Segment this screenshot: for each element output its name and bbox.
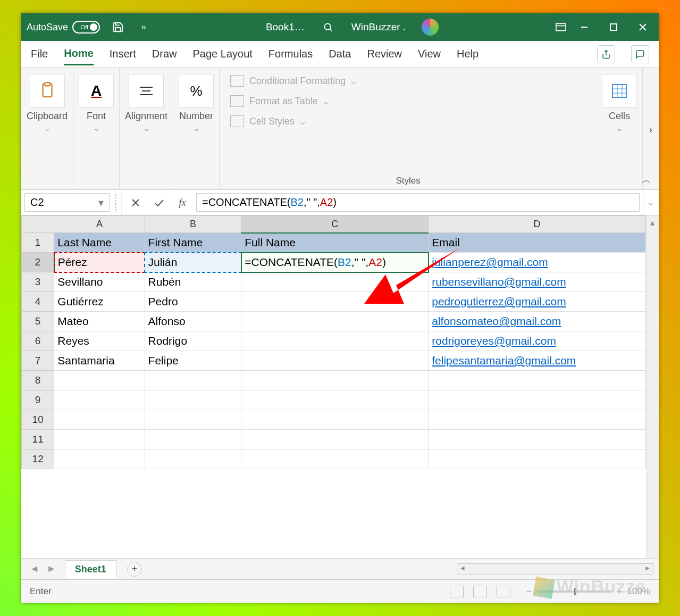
cell-c5[interactable] bbox=[241, 312, 429, 331]
row-header[interactable]: 1 bbox=[22, 233, 54, 253]
page-break-view-button[interactable] bbox=[497, 586, 510, 597]
cell-d6[interactable]: rodrigoreyes@gmail.com bbox=[429, 331, 646, 351]
col-header-c[interactable]: C bbox=[241, 216, 429, 233]
more-icon[interactable]: » bbox=[136, 20, 151, 35]
cell[interactable] bbox=[54, 449, 145, 469]
formula-input[interactable]: =CONCATENATE(B2," ",A2) bbox=[196, 193, 640, 212]
toggle-switch[interactable]: Off bbox=[72, 21, 100, 34]
cell-b3[interactable]: Rubén bbox=[145, 272, 241, 292]
cell-styles-button[interactable]: Cell Styles⌵ bbox=[230, 115, 586, 127]
zoom-out-button[interactable]: − bbox=[526, 586, 532, 597]
expand-formula-bar[interactable]: ⌵ bbox=[643, 190, 659, 215]
col-header-d[interactable]: D bbox=[429, 216, 646, 233]
horizontal-scrollbar[interactable] bbox=[457, 563, 653, 575]
cell-b7[interactable]: Felipe bbox=[145, 351, 241, 371]
add-sheet-button[interactable]: + bbox=[127, 562, 142, 577]
cell-c2-editing[interactable]: =CONCATENATE(B2," ",A2) bbox=[241, 253, 429, 272]
cell-a4[interactable]: Gutiérrez bbox=[54, 292, 145, 312]
tab-review[interactable]: Review bbox=[367, 44, 402, 64]
cell[interactable] bbox=[54, 390, 145, 410]
cell[interactable] bbox=[241, 371, 429, 390]
cell-a3[interactable]: Sevillano bbox=[54, 272, 145, 292]
cell-d1[interactable]: Email bbox=[429, 233, 646, 253]
cell-a6[interactable]: Reyes bbox=[54, 331, 145, 351]
cell[interactable] bbox=[429, 430, 646, 449]
cell[interactable] bbox=[241, 410, 429, 430]
cell-c4[interactable] bbox=[241, 292, 429, 312]
ribbon-mode-icon[interactable] bbox=[553, 20, 568, 35]
cells-button[interactable] bbox=[602, 74, 637, 108]
cell-b4[interactable]: Pedro bbox=[145, 292, 241, 312]
sheet-tab-sheet1[interactable]: Sheet1 bbox=[65, 560, 116, 578]
user-avatar[interactable] bbox=[422, 19, 439, 36]
sheet-next-icon[interactable]: ► bbox=[47, 563, 56, 575]
zoom-slider[interactable] bbox=[537, 590, 611, 593]
ribbon-overflow[interactable]: › bbox=[643, 68, 659, 189]
tab-page-layout[interactable]: Page Layout bbox=[193, 44, 253, 64]
row-header[interactable]: 7 bbox=[22, 351, 54, 371]
close-button[interactable] bbox=[637, 22, 648, 32]
row-header[interactable]: 8 bbox=[22, 371, 54, 390]
row-header[interactable]: 10 bbox=[22, 410, 54, 430]
scroll-up-icon[interactable]: ▴ bbox=[648, 218, 657, 226]
tab-help[interactable]: Help bbox=[457, 44, 478, 64]
font-button[interactable]: A bbox=[79, 74, 114, 108]
conditional-formatting-button[interactable]: Conditional Formatting⌵ bbox=[230, 75, 586, 87]
row-header[interactable]: 5 bbox=[22, 312, 54, 331]
normal-view-button[interactable] bbox=[450, 586, 464, 597]
col-header-b[interactable]: B bbox=[145, 216, 241, 233]
tab-insert[interactable]: Insert bbox=[110, 44, 136, 64]
row-header[interactable]: 4 bbox=[22, 292, 54, 312]
tab-data[interactable]: Data bbox=[329, 44, 351, 64]
cell[interactable] bbox=[145, 449, 241, 469]
cell[interactable] bbox=[145, 390, 241, 410]
number-button[interactable]: % bbox=[179, 74, 214, 108]
tab-home[interactable]: Home bbox=[64, 43, 94, 65]
tab-file[interactable]: File bbox=[31, 44, 48, 64]
comments-button[interactable] bbox=[631, 45, 649, 63]
cell[interactable] bbox=[145, 430, 241, 449]
cell[interactable] bbox=[54, 410, 145, 430]
collapse-ribbon-button[interactable]: ︿ bbox=[642, 173, 651, 186]
zoom-in-button[interactable]: + bbox=[617, 586, 622, 597]
cell-b6[interactable]: Rodrigo bbox=[145, 331, 241, 351]
cell-c1[interactable]: Full Name bbox=[241, 233, 429, 253]
cell[interactable] bbox=[145, 371, 241, 390]
tab-view[interactable]: View bbox=[418, 44, 441, 64]
cell-a5[interactable]: Mateo bbox=[54, 312, 145, 331]
share-button[interactable] bbox=[597, 45, 615, 63]
tab-draw[interactable]: Draw bbox=[152, 44, 177, 64]
row-header[interactable]: 2 bbox=[22, 253, 54, 272]
name-box[interactable]: C2 ▾ bbox=[24, 193, 110, 212]
cell[interactable] bbox=[429, 449, 646, 469]
cell[interactable] bbox=[241, 430, 429, 449]
tab-formulas[interactable]: Formulas bbox=[268, 44, 313, 64]
cell-a7[interactable]: Santamaria bbox=[54, 351, 145, 371]
minimize-button[interactable] bbox=[579, 22, 590, 32]
cell[interactable] bbox=[241, 449, 429, 469]
cancel-icon[interactable] bbox=[129, 196, 142, 209]
chevron-down-icon[interactable]: ⌵ bbox=[95, 125, 98, 132]
search-icon[interactable] bbox=[321, 20, 335, 35]
fx-icon[interactable]: fx bbox=[176, 196, 189, 209]
alignment-button[interactable] bbox=[129, 74, 164, 108]
chevron-down-icon[interactable]: ⌵ bbox=[195, 125, 198, 132]
cell-d2[interactable]: julianperez@gmail.com bbox=[429, 253, 646, 272]
col-header-a[interactable]: A bbox=[54, 216, 145, 233]
cell-d7[interactable]: felipesantamaria@gmail.com bbox=[429, 351, 646, 371]
cell-b5[interactable]: Alfonso bbox=[145, 312, 241, 331]
resize-handle[interactable] bbox=[115, 194, 119, 211]
cell-d5[interactable]: alfonsomateo@gmail.com bbox=[429, 312, 646, 331]
row-header[interactable]: 6 bbox=[22, 331, 54, 351]
enter-icon[interactable] bbox=[153, 196, 165, 209]
row-header[interactable]: 12 bbox=[22, 449, 54, 469]
cell-b1[interactable]: First Name bbox=[145, 233, 241, 253]
cell[interactable] bbox=[54, 430, 145, 449]
cell[interactable] bbox=[429, 390, 646, 410]
cell[interactable] bbox=[429, 371, 646, 390]
cell-d3[interactable]: rubensevillano@gmail.com bbox=[429, 272, 646, 292]
cell[interactable] bbox=[54, 371, 145, 390]
paste-button[interactable] bbox=[30, 74, 65, 108]
sheet-prev-icon[interactable]: ◄ bbox=[30, 563, 39, 575]
row-header[interactable]: 9 bbox=[22, 390, 54, 410]
